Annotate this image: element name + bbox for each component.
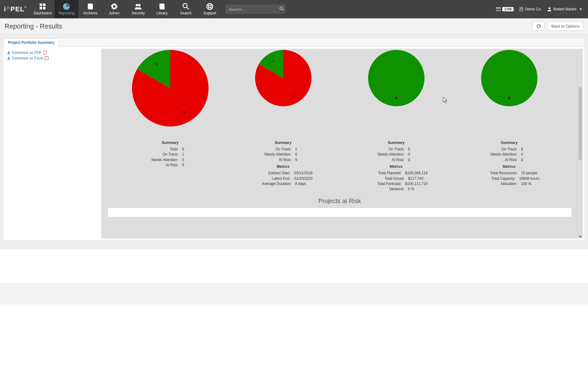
metrics-row-item: Earliest Start:03/11/2018 [230,171,337,176]
metrics-value: 0 % [406,187,425,192]
user-menu[interactable]: Robert Martini [547,7,582,11]
summary-value: 0 [519,152,538,157]
metrics-title: Metrics [456,164,563,169]
download-pdf-link[interactable]: Download as PDF [7,50,98,55]
metrics-key: Earliest Start: [254,171,290,176]
metrics-row-item: Total Capacity:18646 hours [456,176,563,181]
chart-cell: 51 [114,50,227,126]
nav-item-archives[interactable]: Archives [78,0,102,18]
metrics-value: 03/11/2018 [292,171,312,176]
footer-gap [0,283,588,304]
download-excel-label: Download as Excel [12,56,43,60]
metrics-key: Latest End: [254,176,290,181]
back-to-options-button[interactable]: Back to Options [547,22,583,31]
pdf-file-icon [43,51,47,55]
brand-logo[interactable]: i^PEL■ [0,0,31,18]
svg-line-11 [282,9,284,10]
back-label: Back to Options [551,24,579,28]
summary-key: Needs Attention: [481,152,518,157]
summary-row-item: On Track:6 [456,147,563,152]
svg-rect-15 [520,9,521,9]
nav-items: Dashboard Reporting Archives Admin Secur… [31,0,222,18]
nav-item-dashboard[interactable]: Dashboard [31,0,55,18]
metrics-key: Allocation: [481,181,518,187]
summary-row-item: At Risk:0 [343,157,450,163]
nav-item-security[interactable]: Security [126,0,150,18]
summary-key: On Track: [255,147,292,152]
book-icon [159,3,165,10]
nav-right: 1799 Demo Co. Robert Martini [496,0,588,18]
summary-key: On Track: [481,147,518,152]
summary-value: 6 [519,147,538,152]
nav-item-search[interactable]: Search [174,0,198,18]
gear-icon [111,3,118,10]
scroll-down-arrow[interactable] [579,235,582,238]
excel-file-icon [45,56,48,60]
logo-square-icon: ■ [24,5,27,9]
company-switcher[interactable]: Demo Co. [519,7,542,11]
metrics-row-item: Total Forecast:$100,111,718 [343,181,450,187]
download-icon [7,57,10,60]
main-area: Project Portfolio Summary Download as PD… [0,34,588,249]
search-submit-icon[interactable] [280,7,284,12]
metrics-value: 100 % [519,181,538,187]
summary-key: At Risk: [368,157,405,163]
metrics-title: Metrics [230,164,337,169]
metrics-row-item: Latest End:01/23/2023 [230,176,337,181]
top-navbar: i^PEL■ Dashboard Reporting Archives Admi… [0,0,588,18]
pie-chart-icon [63,3,70,10]
user-icon [547,7,552,11]
chart-cell: 6 [453,50,566,106]
summary-row-item: Needs Attention:0 [456,152,563,157]
logo-accent: ^ [6,5,10,13]
summary-title: Summary [117,141,224,145]
svg-point-10 [280,7,283,9]
summary-value: 0 [180,157,199,163]
svg-rect-12 [520,7,523,11]
summary-value: 6 [180,147,199,152]
pie-slice-label: 1 [272,59,274,62]
nav-item-admin[interactable]: Admin [102,0,126,18]
metrics-value: $117,743 [406,176,425,181]
vertical-scrollbar[interactable] [579,50,582,237]
scrollbar-thumb[interactable] [579,87,582,160]
pie-chart: 6 [368,50,424,106]
search-icon [183,3,189,10]
report-card: Project Portfolio Summary Download as PD… [3,38,585,241]
nav-item-support[interactable]: Support [198,0,222,18]
summary-row-item: On Track:1 [230,147,337,152]
metrics-row-item: Total Planned:$100,268,118 [343,171,450,176]
nav-label-security: Security [131,11,145,15]
mail-icon [496,7,500,11]
svg-point-4 [136,4,138,6]
metrics-key: Total Forecast: [365,181,401,187]
metrics-row-item: Average Duration:8 days [230,181,337,187]
chart-cell: 51 [227,50,340,106]
summary-row: SummaryTotal:6On Track:1Needs Attention:… [101,136,578,192]
metrics-row-item: Total Actual:$117,743 [343,176,450,181]
download-icon [7,51,10,55]
nav-label-dashboard: Dashboard [34,11,52,15]
svg-point-6 [183,3,187,8]
search-input[interactable] [228,7,275,12]
summary-row-item: Needs Attention:0 [343,152,450,157]
metrics-key: Variance: [368,187,405,192]
risk-table-header-strip [107,208,572,217]
mail-indicator[interactable]: 1799 [496,7,513,11]
pie-slice-label: 1 [156,62,157,66]
metrics-value: $100,268,118 [403,171,428,176]
download-excel-link[interactable]: Download as Excel [7,55,98,61]
refresh-button[interactable] [533,22,545,31]
download-pdf-label: Download as PDF [12,51,42,55]
summary-key: On Track: [368,147,405,152]
nav-label-admin: Admin [109,11,119,15]
summary-key: At Risk: [142,163,179,168]
metrics-key: Total Capacity: [479,176,515,181]
nav-item-reporting[interactable]: Reporting [55,0,78,18]
nav-item-library[interactable]: Library [150,0,174,18]
tab-portfolio-summary[interactable]: Project Portfolio Summary [3,38,59,47]
user-name: Robert Martini [553,7,576,11]
summary-value: 0 [406,152,425,157]
summary-value: 1 [180,152,199,157]
pie-chart: 51 [132,50,209,126]
